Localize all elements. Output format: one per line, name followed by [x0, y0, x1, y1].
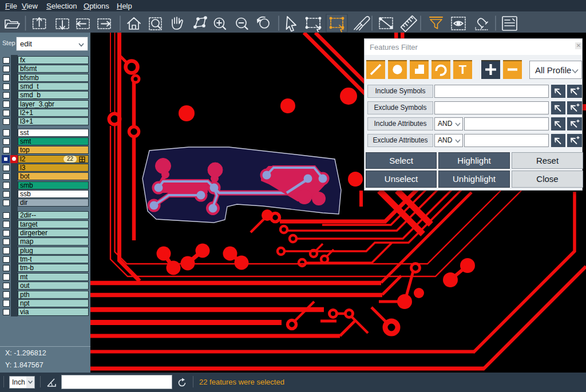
svg-text:T: T — [459, 62, 467, 77]
